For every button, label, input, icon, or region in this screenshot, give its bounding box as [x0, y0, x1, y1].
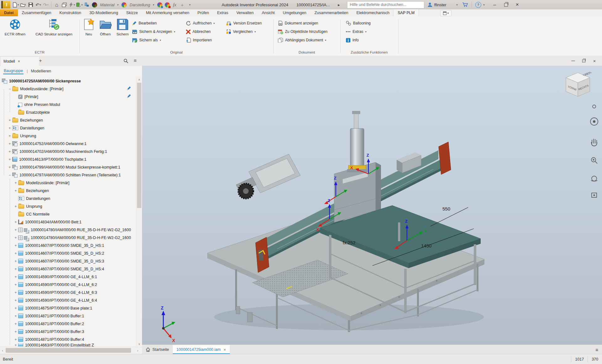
- home-icon[interactable]: ⌂: [53, 1, 60, 8]
- tree-item[interactable]: − Modellzustände: [Primär]: [0, 85, 135, 93]
- tree-expander-icon[interactable]: +: [7, 142, 12, 146]
- chevron-down-icon[interactable]: ▾: [81, 3, 82, 6]
- tree-item[interactable]: CC Normteile: [0, 210, 135, 218]
- inventor-logo-icon[interactable]: I: [1, 1, 10, 8]
- ribbon-tab[interactable]: Zusammenfügen: [18, 9, 55, 16]
- ribbon-tab[interactable]: Extras: [213, 9, 232, 16]
- ribbon-tab[interactable]: Konstruktion: [55, 9, 85, 16]
- tab-startseite[interactable]: Startseite: [142, 345, 173, 354]
- chevron-down-icon[interactable]: ▾: [457, 3, 458, 6]
- scroll-down-icon[interactable]: ∨: [136, 341, 142, 346]
- tree-item[interactable]: + Ursprung: [0, 132, 135, 140]
- objektliste-button[interactable]: Zu Objektliste hinzufügen: [278, 29, 327, 35]
- tree-expander-icon[interactable]: +: [13, 343, 18, 346]
- tree-expander-icon[interactable]: +: [7, 126, 12, 130]
- tree-item[interactable]: + Darstellungen: [0, 124, 135, 132]
- copy-windows-icon[interactable]: [61, 1, 68, 8]
- panel-tab-close-icon[interactable]: ×: [18, 59, 20, 64]
- tree-item[interactable]: + 10000014590/IPT/000/00 GE_4-LLM_6:4: [0, 296, 135, 304]
- tree-item[interactable]: ohne Pressen Modul: [0, 101, 135, 108]
- small-part[interactable]: [247, 313, 252, 322]
- save-icon[interactable]: [27, 1, 34, 8]
- browser-menu-icon[interactable]: ≡: [131, 56, 139, 66]
- ribbon-tab[interactable]: Verwalten: [232, 9, 258, 16]
- tree-horizontal-scrollbar[interactable]: ‹ ›: [0, 347, 142, 354]
- doc-restore-icon[interactable]: [579, 56, 588, 66]
- tree-expander-icon[interactable]: +: [13, 337, 18, 342]
- tree-item[interactable]: Ersatzobjekte: [0, 108, 135, 116]
- add-panel-button[interactable]: +: [36, 56, 45, 66]
- tree-expander-icon[interactable]: +: [13, 181, 18, 185]
- scroll-up-icon[interactable]: ∧: [136, 77, 142, 82]
- doc-minimize-icon[interactable]: ─: [569, 56, 578, 66]
- cart-icon[interactable]: [462, 2, 468, 7]
- ribbon-tab[interactable]: Zusammenarbeiten: [310, 9, 352, 16]
- tree-item[interactable]: + 10000014752/IAM/000/00 Oelwanne:1: [0, 140, 135, 148]
- small-part[interactable]: [236, 306, 240, 314]
- abbrechen-button[interactable]: Abbrechen: [186, 29, 211, 35]
- tree-item[interactable]: + 10000014871/IPT/000/00 Buffer:2: [0, 320, 135, 328]
- scrollbar-thumb[interactable]: [137, 83, 141, 208]
- tree-expander-icon[interactable]: −: [7, 87, 12, 91]
- ribbon-tab[interactable]: Umgebungen: [279, 9, 310, 16]
- tree-item[interactable]: + 10000014663/IPT/000/00 Einstellblatt Z: [0, 343, 135, 346]
- tree-item[interactable]: + 10000014834/IAM/000/00 Bett:1: [0, 218, 135, 226]
- chevron-down-icon[interactable]: ▾: [74, 3, 75, 6]
- scrollbar-thumb[interactable]: [6, 348, 131, 353]
- version-ersetzen-button[interactable]: Version Ersetzen: [226, 20, 262, 26]
- tree-expander-icon[interactable]: +: [7, 134, 12, 138]
- tree-item[interactable]: + Beziehungen: [0, 187, 135, 195]
- panel-tab-modell[interactable]: Modell ×: [0, 56, 40, 66]
- tree-expander-icon[interactable]: −: [7, 173, 12, 177]
- scroll-right-icon[interactable]: ›: [135, 347, 140, 354]
- tab-baugruppe[interactable]: Baugruppe: [3, 68, 24, 74]
- tree-expander-icon[interactable]: +: [13, 251, 18, 256]
- viewcube[interactable]: OBEN VORNE RECHTS: [566, 71, 593, 96]
- ribbon-tab[interactable]: Skizze: [122, 9, 142, 16]
- adjust-appearance-icon[interactable]: [156, 1, 163, 8]
- qat-customize-icon[interactable]: ▾: [186, 1, 193, 8]
- tree-expander-icon[interactable]: +: [7, 165, 12, 169]
- model-canvas[interactable]: 550 1450 fx:252 Z X Z Z X Z Y Z X: [142, 66, 602, 345]
- ribbon-tab[interactable]: Elektromechanisch: [352, 9, 394, 16]
- tree-item[interactable]: + 10000014675/IPT/000/00 Base plate:1: [0, 304, 135, 312]
- help-search-input[interactable]: [347, 3, 424, 7]
- cad-structure-button[interactable]: CAD Struktur anzeigen: [30, 18, 78, 36]
- tree-expander-icon[interactable]: +: [13, 220, 18, 224]
- ectr-open-button[interactable]: ECTR öffnen: [1, 18, 29, 36]
- tree-expander-icon[interactable]: +: [7, 149, 12, 154]
- info-button[interactable]: Info: [346, 37, 359, 43]
- sichern-button[interactable]: Sichern: [114, 18, 131, 36]
- browser-search-icon[interactable]: [122, 56, 130, 66]
- measure-icon[interactable]: [83, 1, 90, 8]
- parameter-icon[interactable]: ▾: [76, 1, 83, 8]
- ribbon-tab[interactable]: SAP PLM: [393, 9, 419, 16]
- tree-vertical-scrollbar[interactable]: ∧ ∨: [136, 77, 142, 346]
- tree-item[interactable]: + 10000014780/IAM/000/00 RUE_35-D-H-FE-W…: [0, 234, 135, 242]
- tree-item[interactable]: + 10000014613/IPT/000/00 Tischplatte:1: [0, 155, 135, 163]
- ribbon-tab[interactable]: Prüfen: [193, 9, 213, 16]
- clear-appearance-icon[interactable]: [164, 1, 171, 8]
- close-button[interactable]: ×: [512, 0, 523, 9]
- tree-expander-icon[interactable]: +: [13, 228, 18, 232]
- tree-expander-icon[interactable]: +: [13, 275, 18, 279]
- new-document-icon[interactable]: ▾: [12, 1, 19, 8]
- tree-item[interactable]: + 10000014607/IPT/000/00 SMDE_35_D_HS:1: [0, 242, 135, 249]
- feeder-mechanism[interactable]: [236, 154, 300, 199]
- tree-item[interactable]: + 10000014871/IPT/000/00 Buffer:4: [0, 335, 135, 343]
- undo-icon[interactable]: ↶ ▾: [35, 1, 42, 8]
- carriage-unit[interactable]: [397, 152, 421, 173]
- tree-expander-icon[interactable]: +: [13, 189, 18, 193]
- tree-item[interactable]: + 10000014607/IPT/000/00 SMDE_35_D_HS:4: [0, 265, 135, 273]
- tree-item[interactable]: − 10000014797/IAM/000/00 Schlitten Press…: [0, 171, 135, 179]
- tree-item[interactable]: + 10000014590/IPT/000/00 GE_4-LLM_6:1: [0, 273, 135, 281]
- tree-item[interactable]: + 10000014702/IAM/000/00 Maschinentisch …: [0, 148, 135, 155]
- chevron-down-icon[interactable]: ▾: [40, 3, 41, 6]
- tree-item[interactable]: + 10000014590/IPT/000/00 GE_4-LLM_6:2: [0, 281, 135, 289]
- tree-expander-icon[interactable]: +: [7, 118, 12, 122]
- press-cylinder[interactable]: [347, 111, 367, 172]
- bearbeiten-button[interactable]: Bearbeiten: [132, 20, 157, 26]
- ribbon-tab[interactable]: Mit Anmerkung versehen: [142, 9, 193, 16]
- neu-button[interactable]: Neu: [81, 18, 96, 36]
- tree-item[interactable]: + 10000014780/IAM/000/00 RUE_35-D-H-FE-W…: [0, 226, 135, 234]
